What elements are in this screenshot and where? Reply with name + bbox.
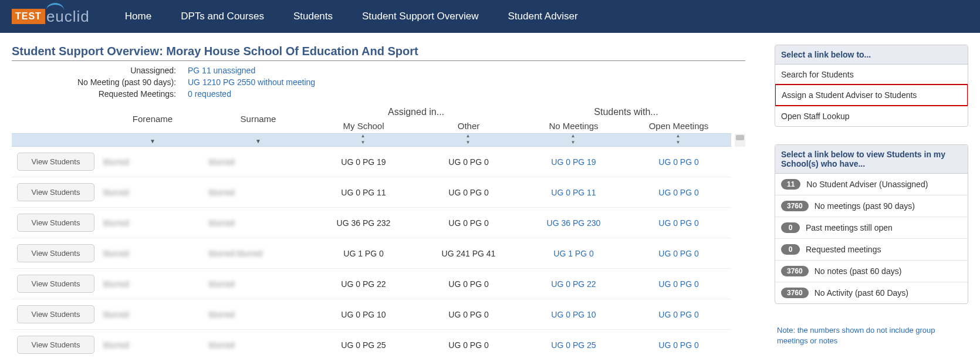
- scrollbar-thumb[interactable]: [736, 135, 744, 140]
- view-students-button[interactable]: View Students: [17, 214, 95, 232]
- stats-panel-item[interactable]: 3760No notes (past 60 days): [775, 260, 968, 282]
- cell-my-school: UG 36 PG 232: [311, 208, 416, 238]
- actions-panel-item[interactable]: Search for Students: [775, 65, 968, 85]
- cell-my-school: UG 0 PG 19: [311, 147, 416, 177]
- cell-other: UG 0 PG 0: [416, 177, 521, 208]
- cell-no-meetings[interactable]: UG 36 PG 230: [521, 208, 626, 238]
- view-students-button[interactable]: View Students: [17, 305, 95, 323]
- scrollbar[interactable]: [735, 134, 745, 147]
- view-students-button[interactable]: View Students: [17, 336, 95, 354]
- summary-link-requested[interactable]: 0 requested: [188, 89, 231, 99]
- stats-panel-item[interactable]: 0Requested meetings: [775, 238, 968, 260]
- nav-home[interactable]: Home: [125, 11, 151, 22]
- sort-desc-icon: [255, 138, 261, 144]
- th-forename[interactable]: Forename: [100, 104, 205, 134]
- cell-no-meetings[interactable]: UG 1 PG 0: [521, 238, 626, 269]
- logo[interactable]: TEST euclid: [12, 8, 90, 26]
- th-my-school[interactable]: My School: [311, 119, 416, 134]
- table-row: View StudentsblurredblurredUG 0 PG 19UG …: [12, 147, 745, 177]
- nav-dpts-courses[interactable]: DPTs and Courses: [181, 11, 264, 22]
- nav-links: Home DPTs and Courses Students Student S…: [125, 11, 578, 22]
- sort-other[interactable]: [416, 134, 521, 147]
- stats-item-label: Requested meetings: [806, 245, 881, 254]
- cell-open-meetings[interactable]: UG 0 PG 0: [626, 208, 731, 238]
- count-badge: 3760: [781, 288, 809, 298]
- view-students-button[interactable]: View Students: [17, 244, 95, 262]
- summary-link-no-meeting[interactable]: UG 1210 PG 2550 without meeting: [188, 77, 315, 87]
- stats-item-label: No Activity (past 60 Days): [815, 288, 908, 298]
- sort-no-meetings[interactable]: [521, 134, 626, 147]
- stats-item-label: Past meetings still open: [806, 223, 893, 232]
- view-students-button[interactable]: View Students: [17, 183, 95, 201]
- table-row: View StudentsblurredblurredUG 36 PG 232U…: [12, 208, 745, 238]
- stats-item-label: No notes (past 60 days): [815, 266, 902, 276]
- view-students-button[interactable]: View Students: [17, 275, 95, 293]
- cell-surname: blurred: [205, 208, 311, 238]
- th-surname[interactable]: Surname: [205, 104, 311, 134]
- summary-link-unassigned[interactable]: PG 11 unassigned: [188, 66, 255, 75]
- cell-surname: blurred blurred: [205, 238, 311, 269]
- cell-no-meetings[interactable]: UG 0 PG 10: [521, 299, 626, 330]
- sort-desc-icon: [150, 138, 156, 144]
- cell-no-meetings[interactable]: UG 0 PG 19: [521, 147, 626, 177]
- table-row: View StudentsblurredblurredUG 0 PG 25UG …: [12, 330, 745, 359]
- view-students-button[interactable]: View Students: [17, 153, 95, 171]
- cell-open-meetings[interactable]: UG 0 PG 0: [626, 269, 731, 299]
- sort-open-meetings[interactable]: [626, 134, 731, 147]
- stats-note: Note: the numbers shown do not include g…: [775, 322, 968, 347]
- adviser-table: Forename Surname Assigned in... Students…: [12, 104, 745, 358]
- summary-label: Unassigned:: [12, 66, 188, 75]
- cell-forename: blurred: [100, 208, 205, 238]
- th-assigned-group: Assigned in...: [311, 104, 521, 119]
- stats-panel: Select a link below to view Students in …: [775, 144, 968, 304]
- cell-open-meetings[interactable]: UG 0 PG 0: [626, 238, 731, 269]
- cell-surname: blurred: [205, 299, 311, 330]
- cell-open-meetings[interactable]: UG 0 PG 0: [626, 177, 731, 208]
- summary-row-unassigned: Unassigned: PG 11 unassigned: [12, 65, 745, 76]
- cell-my-school: UG 0 PG 25: [311, 330, 416, 359]
- nav-students[interactable]: Students: [293, 11, 333, 22]
- stats-panel-item[interactable]: 11No Student Adviser (Unassigned): [775, 174, 968, 195]
- th-other[interactable]: Other: [416, 119, 521, 134]
- logo-arc-icon: [46, 3, 64, 10]
- th-no-meetings[interactable]: No Meetings: [521, 119, 626, 134]
- actions-panel-item[interactable]: Open Staff Lookup: [775, 106, 968, 126]
- actions-panel-item[interactable]: Assign a Student Adviser to Students: [775, 84, 968, 106]
- sort-my-school[interactable]: [311, 134, 416, 147]
- cell-no-meetings[interactable]: UG 0 PG 25: [521, 330, 626, 359]
- summary-label: Requested Meetings:: [12, 89, 188, 99]
- stats-panel-item[interactable]: 0Past meetings still open: [775, 217, 968, 238]
- cell-surname: blurred: [205, 147, 311, 177]
- cell-forename: blurred: [100, 269, 205, 299]
- sort-surname[interactable]: [205, 134, 311, 147]
- logo-test-badge: TEST: [12, 9, 45, 24]
- count-badge: 0: [781, 222, 800, 233]
- stats-panel-item[interactable]: 3760No meetings (past 90 days): [775, 195, 968, 217]
- cell-my-school: UG 0 PG 11: [311, 177, 416, 208]
- cell-open-meetings[interactable]: UG 0 PG 0: [626, 147, 731, 177]
- sort-both-icon: [571, 135, 577, 143]
- table-row: View StudentsblurredblurredUG 0 PG 22UG …: [12, 269, 745, 299]
- cell-surname: blurred: [205, 330, 311, 359]
- top-nav: TEST euclid Home DPTs and Courses Studen…: [0, 0, 980, 33]
- cell-other: UG 0 PG 0: [416, 299, 521, 330]
- cell-no-meetings[interactable]: UG 0 PG 22: [521, 269, 626, 299]
- cell-surname: blurred: [205, 269, 311, 299]
- cell-other: UG 0 PG 0: [416, 147, 521, 177]
- cell-surname: blurred: [205, 177, 311, 208]
- nav-student-adviser[interactable]: Student Adviser: [508, 11, 577, 22]
- cell-my-school: UG 0 PG 22: [311, 269, 416, 299]
- cell-open-meetings[interactable]: UG 0 PG 0: [626, 330, 731, 359]
- cell-no-meetings[interactable]: UG 0 PG 11: [521, 177, 626, 208]
- cell-forename: blurred: [100, 330, 205, 359]
- stats-panel-item[interactable]: 3760No Activity (past 60 Days): [775, 282, 968, 303]
- cell-my-school: UG 1 PG 0: [311, 238, 416, 269]
- cell-forename: blurred: [100, 299, 205, 330]
- sort-forename[interactable]: [100, 134, 205, 147]
- count-badge: 3760: [781, 266, 809, 276]
- stats-panel-header: Select a link below to view Students in …: [775, 145, 968, 174]
- nav-student-support-overview[interactable]: Student Support Overview: [362, 11, 478, 22]
- th-open-meetings[interactable]: Open Meetings: [626, 119, 731, 134]
- sort-both-icon: [361, 135, 367, 143]
- cell-open-meetings[interactable]: UG 0 PG 0: [626, 299, 731, 330]
